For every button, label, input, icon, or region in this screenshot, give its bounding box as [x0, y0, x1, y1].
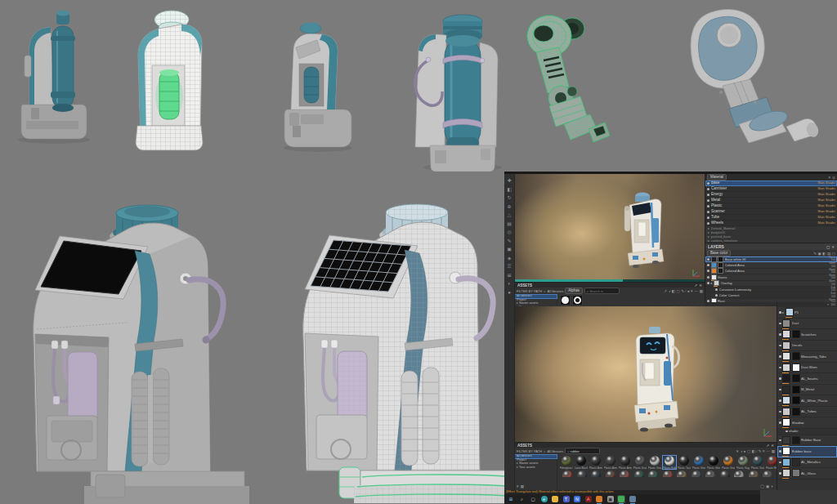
taskbar-icon[interactable]: e — [540, 495, 548, 503]
visibility-eye-icon[interactable] — [779, 345, 781, 347]
shelf-icon[interactable]: ◧ — [672, 289, 675, 293]
tool-icon[interactable]: △ — [508, 212, 512, 217]
visibility-eye-icon[interactable] — [707, 188, 709, 190]
tool-icon[interactable]: ◐ — [508, 281, 511, 286]
alpha-item-disc[interactable] — [560, 295, 571, 306]
texture-set-row[interactable]: Wheels Main Shader — [705, 221, 837, 226]
shelf-icon[interactable]: ● — [744, 449, 746, 453]
shelf-icon[interactable]: ◑ — [669, 289, 671, 293]
layer-row[interactable]: ▸ Stains Norm100 — [705, 274, 837, 280]
popout-icon[interactable]: ↗ — [766, 444, 769, 448]
visibility-eye-icon[interactable] — [779, 472, 781, 475]
shelf-icon[interactable]: ≡ — [691, 289, 693, 293]
visibility-eye-icon[interactable] — [707, 270, 709, 272]
grid-view-icon[interactable]: ▦ — [772, 449, 775, 453]
layer-row[interactable]: ▸ Scratches — [777, 329, 837, 341]
material-sphere[interactable] — [562, 471, 572, 477]
layer-row[interactable]: ▸ Base white fill Norm100 — [705, 256, 837, 262]
visibility-eye-icon[interactable] — [779, 367, 781, 369]
shelf-icon[interactable]: ∕ — [757, 449, 758, 453]
view-toggle-icon[interactable]: ▦ — [521, 484, 524, 488]
visibility-eye-icon[interactable] — [707, 222, 709, 225]
shelf-search[interactable]: ⌕ — [565, 448, 600, 454]
material-sphere[interactable] — [577, 471, 587, 477]
scope-dropdown[interactable]: Alphas — [565, 288, 583, 294]
opacity-value[interactable]: 100 — [830, 303, 835, 306]
taskbar-icon[interactable]: A — [584, 495, 593, 503]
tool-icon[interactable]: ◎ — [507, 230, 511, 234]
visibility-eye-icon[interactable] — [779, 389, 781, 391]
shelf-icon[interactable]: ● — [687, 289, 690, 293]
visibility-eye-icon[interactable] — [779, 439, 781, 442]
close-icon[interactable]: ✕ — [699, 283, 702, 288]
trash-icon[interactable]: ▢ — [832, 252, 835, 256]
visibility-eye-icon[interactable] — [707, 194, 709, 196]
tool-icon[interactable]: ✎ — [507, 239, 511, 243]
visibility-eye-icon[interactable] — [779, 450, 781, 453]
status-icon[interactable]: + — [771, 484, 773, 488]
visibility-eye-icon[interactable] — [707, 205, 709, 207]
tool-icon[interactable]: ● — [508, 290, 511, 295]
material-item[interactable]: Plastic Grey — [647, 455, 662, 470]
material-sphere[interactable] — [648, 471, 658, 477]
material-sphere[interactable] — [620, 471, 629, 477]
tool-icon[interactable]: ◧ — [507, 187, 512, 192]
layer-row[interactable]: ▸ AL_Glass — [777, 468, 837, 479]
visibility-eye-icon[interactable] — [707, 276, 709, 279]
taskbar-icon[interactable] — [595, 495, 603, 503]
close-icon[interactable]: ✕ — [771, 444, 774, 448]
visibility-eye-icon[interactable] — [707, 182, 709, 185]
material-sphere[interactable] — [634, 471, 644, 477]
layer-row[interactable]: ▸ Measuring_Tabs — [777, 351, 837, 363]
shelf-search[interactable]: ⌕ — [584, 288, 620, 294]
material-sphere[interactable] — [591, 471, 601, 477]
texture-set-row[interactable]: Base Main Shader — [705, 181, 837, 186]
taskbar-icon[interactable] — [551, 495, 559, 503]
assets-sidebar-item[interactable]: ▸ Your assets — [515, 466, 557, 470]
visibility-eye-icon[interactable] — [779, 421, 781, 424]
pencil-icon[interactable]: ✎ — [813, 252, 817, 256]
taskbar-icon[interactable]: ⌕ — [518, 495, 526, 503]
visibility-eye-icon[interactable] — [707, 282, 709, 284]
shelf-icon[interactable]: ∕ — [686, 289, 687, 293]
viewport-3d-top[interactable] — [515, 174, 705, 282]
layer-row[interactable]: ▸ AL_Seams — [777, 373, 837, 385]
visibility-eye-icon[interactable] — [779, 323, 781, 325]
material-item[interactable]: Plastic Glossy — [706, 455, 721, 470]
folder-icon[interactable]: ▤ — [827, 252, 830, 256]
material-item[interactable]: Plastic Grainy — [721, 455, 736, 470]
material-sphere[interactable] — [734, 471, 744, 477]
layer-row[interactable]: ▸ Curvature Luminosity Sub100 — [705, 287, 837, 292]
shelf-icon[interactable]: ◧ — [752, 449, 755, 453]
filter-icon[interactable]: ⌕ — [544, 449, 546, 453]
visibility-eye-icon[interactable] — [707, 216, 709, 219]
shelf-icon[interactable]: ✎ — [681, 289, 684, 293]
visibility-eye-icon[interactable] — [786, 430, 788, 433]
layer-row[interactable]: ▸ Rubber Base — [777, 435, 837, 447]
material-sphere[interactable] — [749, 471, 759, 477]
material-sphere[interactable] — [692, 471, 701, 477]
taskbar-icon[interactable] — [629, 495, 637, 503]
visibility-eye-icon[interactable] — [779, 355, 781, 358]
layer-row[interactable]: ▸ Color Correct Sub100 — [705, 292, 837, 298]
visibility-eye-icon[interactable] — [707, 199, 709, 202]
texture-set-row[interactable]: Cannister Main Shader — [705, 186, 837, 192]
popout-icon[interactable]: ↗ — [694, 283, 697, 288]
channel-dropdown[interactable]: Base color — [707, 250, 731, 256]
material-item[interactable]: Plastic Armor — [618, 455, 633, 470]
layer-row[interactable]: ▸ shader — [777, 429, 837, 435]
layer-row[interactable]: ▸ Overlay Norm100 — [705, 281, 837, 287]
breadcrumb[interactable]: All libraries — [548, 289, 564, 293]
layer-row[interactable]: ▸ Dust Worn — [777, 363, 837, 374]
status-icon[interactable]: ▣ — [766, 484, 769, 488]
texture-set-row[interactable]: Plastic Main Shader — [705, 203, 837, 209]
visibility-eye-icon[interactable] — [779, 333, 781, 336]
shelf-icon[interactable]: ≡ — [763, 449, 765, 453]
close-icon[interactable]: ✕ — [831, 245, 835, 249]
stamp-icon[interactable]: ▣ — [817, 252, 821, 256]
layer-row[interactable]: ▸ Colored Area Norm100 — [705, 262, 837, 268]
shelf-icon[interactable]: ◑ — [741, 449, 743, 453]
shelf-icon[interactable]: ⋯ — [766, 449, 770, 453]
visibility-eye-icon[interactable] — [707, 264, 709, 266]
material-item[interactable]: Plastic Rubber — [662, 455, 677, 470]
